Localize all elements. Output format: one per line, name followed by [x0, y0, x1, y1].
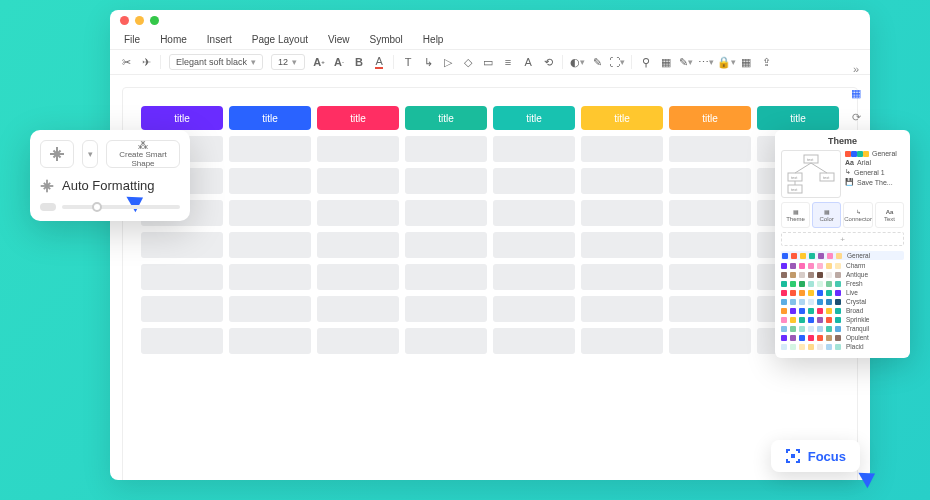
- spark-drop-button[interactable]: ▾: [82, 140, 98, 168]
- column-header[interactable]: title: [229, 106, 311, 130]
- table-cell[interactable]: [581, 232, 663, 258]
- table-cell[interactable]: [317, 232, 399, 258]
- column-header[interactable]: title: [493, 106, 575, 130]
- palette-row[interactable]: Charm: [781, 262, 904, 269]
- menu-help[interactable]: Help: [423, 34, 444, 45]
- theme-quick-general[interactable]: General: [845, 150, 904, 157]
- table-cell[interactable]: [405, 296, 487, 322]
- zoom-icon[interactable]: ⚲: [640, 56, 652, 68]
- lock-icon[interactable]: 🔒▾: [720, 56, 732, 68]
- table-cell[interactable]: [669, 328, 751, 354]
- table-cell[interactable]: [405, 232, 487, 258]
- tab-connector[interactable]: ↳Connector: [843, 202, 873, 228]
- text-tool-icon[interactable]: T: [402, 56, 414, 68]
- font-size-down-icon[interactable]: A-: [333, 56, 345, 68]
- table-cell[interactable]: [669, 136, 751, 162]
- palette-row[interactable]: Placid: [781, 343, 904, 350]
- table-cell[interactable]: [405, 136, 487, 162]
- table-cell[interactable]: [669, 232, 751, 258]
- column-header[interactable]: title: [317, 106, 399, 130]
- table-cell[interactable]: [493, 264, 575, 290]
- column-header[interactable]: title: [405, 106, 487, 130]
- palette-row[interactable]: Crystal: [781, 298, 904, 305]
- theme-quick-font[interactable]: AaArial: [845, 159, 904, 166]
- format-slider[interactable]: [40, 203, 180, 211]
- palette-row[interactable]: General: [781, 251, 904, 260]
- table-cell[interactable]: [317, 168, 399, 194]
- close-traffic-light[interactable]: [120, 16, 129, 25]
- add-palette-button[interactable]: +: [781, 232, 904, 246]
- table-icon[interactable]: ▦: [660, 56, 672, 68]
- collapse-icon[interactable]: »: [849, 62, 863, 76]
- theme-quick-general1[interactable]: ↳General 1: [845, 168, 904, 176]
- theme-quick-save[interactable]: 💾Save The...: [845, 178, 904, 186]
- column-header[interactable]: title: [581, 106, 663, 130]
- table-cell[interactable]: [317, 136, 399, 162]
- table-cell[interactable]: [141, 232, 223, 258]
- font-family-select[interactable]: Elegant soft black▾: [169, 54, 263, 70]
- table-cell[interactable]: [669, 296, 751, 322]
- table-cell[interactable]: [317, 200, 399, 226]
- create-smart-shape-button[interactable]: ⁂ Create Smart Shape: [106, 140, 180, 168]
- table-cell[interactable]: [229, 168, 311, 194]
- table-cell[interactable]: [581, 264, 663, 290]
- menu-insert[interactable]: Insert: [207, 34, 232, 45]
- table-cell[interactable]: [405, 168, 487, 194]
- table-cell[interactable]: [669, 264, 751, 290]
- palette-row[interactable]: Sprinkle: [781, 316, 904, 323]
- table-cell[interactable]: [493, 168, 575, 194]
- align-text-icon[interactable]: A: [522, 56, 534, 68]
- table-cell[interactable]: [141, 328, 223, 354]
- palette-row[interactable]: Broad: [781, 307, 904, 314]
- align-icon[interactable]: ≡: [502, 56, 514, 68]
- layer-icon[interactable]: ◇: [462, 56, 474, 68]
- spark-button[interactable]: [40, 140, 74, 168]
- highlighter-icon[interactable]: ✎▾: [680, 56, 692, 68]
- font-size-select[interactable]: 12▾: [271, 54, 305, 70]
- table-cell[interactable]: [317, 328, 399, 354]
- pointer-icon[interactable]: ▷: [442, 56, 454, 68]
- minimize-traffic-light[interactable]: [135, 16, 144, 25]
- table-cell[interactable]: [493, 328, 575, 354]
- menu-page-layout[interactable]: Page Layout: [252, 34, 308, 45]
- menu-view[interactable]: View: [328, 34, 350, 45]
- palette-row[interactable]: Fresh: [781, 280, 904, 287]
- column-header[interactable]: title: [757, 106, 839, 130]
- table-cell[interactable]: [229, 232, 311, 258]
- line-tool-icon[interactable]: ↳: [422, 56, 434, 68]
- fill-icon[interactable]: ◐▾: [571, 56, 583, 68]
- table-cell[interactable]: [669, 168, 751, 194]
- table-cell[interactable]: [229, 200, 311, 226]
- rotate-rail-icon[interactable]: ⟳: [849, 110, 863, 124]
- table-cell[interactable]: [229, 328, 311, 354]
- table-cell[interactable]: [141, 296, 223, 322]
- table-cell[interactable]: [317, 296, 399, 322]
- eyedropper-icon[interactable]: ✎: [591, 56, 603, 68]
- menu-file[interactable]: File: [124, 34, 140, 45]
- font-size-up-icon[interactable]: A+: [313, 56, 325, 68]
- table-cell[interactable]: [141, 264, 223, 290]
- table-cell[interactable]: [581, 296, 663, 322]
- bold-icon[interactable]: B: [353, 56, 365, 68]
- table-cell[interactable]: [581, 136, 663, 162]
- column-header[interactable]: title: [669, 106, 751, 130]
- format-painter-icon[interactable]: ✈: [140, 56, 152, 68]
- table-cell[interactable]: [405, 328, 487, 354]
- grid-rail-icon[interactable]: ▦: [849, 86, 863, 100]
- font-color-icon[interactable]: A: [373, 56, 385, 68]
- column-header[interactable]: title: [141, 106, 223, 130]
- settings-icon[interactable]: ⋯▾: [700, 56, 712, 68]
- palette-row[interactable]: Opulent: [781, 334, 904, 341]
- table-cell[interactable]: [493, 296, 575, 322]
- table-cell[interactable]: [229, 136, 311, 162]
- table-cell[interactable]: [669, 200, 751, 226]
- table-cell[interactable]: [581, 168, 663, 194]
- palette-row[interactable]: Antique: [781, 271, 904, 278]
- palette-row[interactable]: Live: [781, 289, 904, 296]
- palette-row[interactable]: Tranquil: [781, 325, 904, 332]
- group-icon[interactable]: ▭: [482, 56, 494, 68]
- table-cell[interactable]: [229, 296, 311, 322]
- menu-symbol[interactable]: Symbol: [370, 34, 403, 45]
- table-cell[interactable]: [493, 136, 575, 162]
- tab-text[interactable]: AaText: [875, 202, 904, 228]
